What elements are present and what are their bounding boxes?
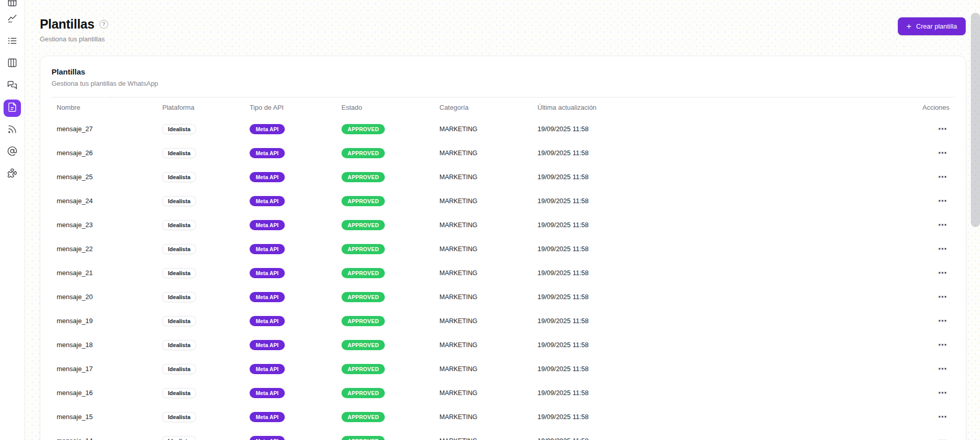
category-label: MARKETING: [439, 317, 537, 325]
sidebar-item-list[interactable]: [4, 33, 21, 51]
sidebar-item-analytics[interactable]: [4, 11, 21, 28]
status-badge: APPROVED: [341, 148, 385, 158]
category-label: MARKETING: [439, 437, 537, 440]
template-name: mensaje_15: [57, 413, 162, 421]
updated-at: 19/09/2025 11:58: [537, 317, 903, 325]
category-label: MARKETING: [439, 270, 537, 277]
api-type-badge: Meta API: [250, 364, 285, 374]
column-header-nombre: Nombre: [57, 104, 162, 111]
category-label: MARKETING: [439, 413, 537, 421]
platform-badge: Idealista: [162, 340, 196, 350]
table-row: mensaje_22 Idealista Meta API APPROVED M…: [52, 237, 954, 261]
template-name: mensaje_16: [57, 389, 162, 397]
plus-icon: +: [906, 22, 912, 31]
api-type-badge: Meta API: [250, 340, 285, 350]
templates-card: Plantillas Gestiona tus plantillas de Wh…: [40, 56, 966, 440]
updated-at: 19/09/2025 11:58: [537, 149, 903, 157]
category-label: MARKETING: [439, 341, 537, 349]
category-label: MARKETING: [439, 222, 537, 229]
table-body: mensaje_27 Idealista Meta API APPROVED M…: [52, 117, 954, 440]
category-label: MARKETING: [439, 174, 537, 181]
column-header-categoria: Categoría: [439, 104, 537, 111]
vertical-scrollbar[interactable]: [971, 13, 980, 227]
row-actions-button[interactable]: ⋯: [936, 339, 949, 350]
row-actions-button[interactable]: ⋯: [936, 195, 949, 206]
status-badge: APPROVED: [341, 436, 385, 440]
api-type-badge: Meta API: [250, 124, 285, 134]
status-badge: APPROVED: [341, 220, 385, 230]
api-type-badge: Meta API: [250, 292, 285, 302]
template-name: mensaje_25: [57, 173, 162, 181]
chart-line-icon: [7, 13, 17, 26]
template-name: mensaje_17: [57, 365, 162, 373]
create-template-button[interactable]: + Crear plantilla: [898, 17, 966, 35]
platform-badge: Idealista: [162, 172, 196, 182]
table-icon: [7, 0, 17, 9]
row-actions-button[interactable]: ⋯: [936, 387, 949, 398]
updated-at: 19/09/2025 11:58: [537, 221, 903, 229]
api-type-badge: Meta API: [250, 172, 285, 182]
category-label: MARKETING: [439, 294, 537, 301]
row-actions-button[interactable]: ⋯: [936, 435, 949, 440]
updated-at: 19/09/2025 11:58: [537, 437, 903, 440]
sidebar-item-conversations[interactable]: [4, 78, 21, 95]
template-name: mensaje_26: [57, 149, 162, 157]
sidebar-item-board[interactable]: [4, 55, 21, 72]
updated-at: 19/09/2025 11:58: [537, 389, 903, 397]
sidebar-item-integrations[interactable]: [4, 165, 21, 183]
template-name: mensaje_20: [57, 293, 162, 301]
row-actions-button[interactable]: ⋯: [936, 315, 949, 326]
list-icon: [7, 36, 17, 48]
sidebar-item-table[interactable]: [4, 0, 21, 12]
row-actions-button[interactable]: ⋯: [936, 267, 949, 278]
table-header-row: Nombre Plataforma Tipo de API Estado Cat…: [52, 97, 954, 117]
table-row: mensaje_21 Idealista Meta API APPROVED M…: [52, 261, 954, 285]
updated-at: 19/09/2025 11:58: [537, 245, 903, 253]
updated-at: 19/09/2025 11:58: [537, 365, 903, 373]
category-label: MARKETING: [439, 126, 537, 133]
column-header-actualizacion: Última actualización: [537, 104, 903, 111]
platform-badge: Idealista: [162, 412, 196, 422]
status-badge: APPROVED: [341, 412, 385, 422]
sidebar-item-feeds[interactable]: [4, 121, 21, 139]
platform-badge: Idealista: [162, 388, 196, 398]
row-actions-button[interactable]: ⋯: [936, 172, 949, 182]
api-type-badge: Meta API: [250, 388, 285, 398]
template-name: mensaje_18: [57, 341, 162, 349]
sidebar-item-templates[interactable]: [4, 100, 21, 117]
help-icon[interactable]: ?: [100, 20, 108, 29]
columns-icon: [7, 58, 17, 70]
row-actions-button[interactable]: ⋯: [936, 291, 949, 302]
sidebar: [0, 0, 25, 440]
row-actions-button[interactable]: ⋯: [936, 148, 949, 158]
template-name: mensaje_19: [57, 317, 162, 325]
api-type-badge: Meta API: [250, 220, 285, 230]
template-name: mensaje_23: [57, 221, 162, 229]
row-actions-button[interactable]: ⋯: [936, 219, 949, 230]
platform-badge: Idealista: [162, 244, 196, 254]
row-actions-button[interactable]: ⋯: [936, 363, 949, 374]
table-row: mensaje_19 Idealista Meta API APPROVED M…: [52, 309, 954, 333]
template-name: mensaje_14: [57, 437, 162, 440]
row-actions-button[interactable]: ⋯: [936, 411, 949, 422]
templates-file-icon: [7, 102, 17, 114]
updated-at: 19/09/2025 11:58: [537, 341, 903, 349]
api-type-badge: Meta API: [250, 148, 285, 158]
table-row: mensaje_24 Idealista Meta API APPROVED M…: [52, 189, 954, 213]
puzzle-icon: [7, 168, 17, 180]
updated-at: 19/09/2025 11:58: [537, 197, 903, 205]
create-template-label: Crear plantilla: [916, 22, 957, 30]
category-label: MARKETING: [439, 150, 537, 157]
column-header-plataforma: Plataforma: [162, 104, 250, 111]
api-type-badge: Meta API: [250, 316, 285, 326]
table-row: mensaje_27 Idealista Meta API APPROVED M…: [52, 117, 954, 141]
platform-badge: Idealista: [162, 124, 196, 134]
row-actions-button[interactable]: ⋯: [936, 124, 949, 134]
page-title: Plantillas: [40, 17, 94, 32]
table-row: mensaje_16 Idealista Meta API APPROVED M…: [52, 381, 954, 405]
table-row: mensaje_23 Idealista Meta API APPROVED M…: [52, 213, 954, 237]
table-row: mensaje_15 Idealista Meta API APPROVED M…: [52, 405, 954, 429]
sidebar-item-mentions[interactable]: [4, 143, 21, 161]
api-type-badge: Meta API: [250, 244, 285, 254]
row-actions-button[interactable]: ⋯: [936, 243, 949, 254]
